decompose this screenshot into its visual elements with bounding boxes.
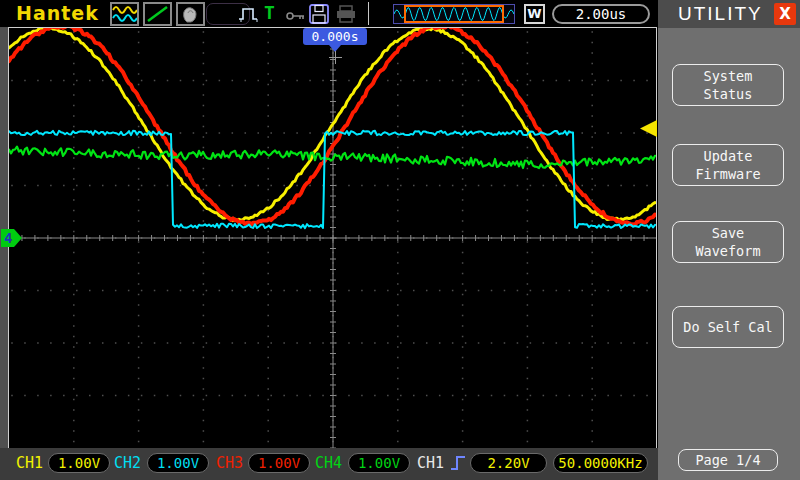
pulse-trigger-icon[interactable]	[238, 5, 260, 27]
trigger-position-tab[interactable]: 0.000s	[303, 28, 367, 45]
rising-edge-icon	[450, 453, 466, 477]
top-toolbar: Hantek T	[0, 0, 658, 27]
timebase-readout[interactable]: 2.00us	[552, 4, 650, 24]
save-floppy-icon[interactable]	[309, 4, 329, 28]
utility-menu-panel: UTILITY X System Status Update Firmware …	[658, 0, 800, 480]
ch3-label: CH3	[216, 454, 243, 472]
system-status-button[interactable]: System Status	[672, 64, 784, 106]
channel-status-bar: CH1 1.00V CH2 1.00V CH3 1.00V CH4 1.00V …	[0, 448, 658, 480]
update-firmware-button[interactable]: Update Firmware	[672, 144, 784, 186]
cursor-line-icon[interactable]	[143, 2, 172, 26]
waveform-window-preview[interactable]	[393, 4, 515, 24]
hantek-logo: Hantek	[16, 2, 99, 24]
menu-title: UTILITY	[678, 3, 763, 25]
page-indicator-button[interactable]: Page 1/4	[678, 449, 778, 471]
trigger-t-icon[interactable]: T	[264, 2, 275, 23]
oscilloscope-screen: Hantek T	[0, 0, 800, 480]
ch1-label: CH1	[16, 454, 43, 472]
key-lock-icon[interactable]	[286, 8, 306, 26]
menu-header: UTILITY X	[658, 0, 800, 28]
ch2-scale-readout[interactable]: 1.00V	[147, 453, 209, 473]
trigger-point-cross-icon	[335, 51, 336, 64]
window-mode-badge: W	[524, 4, 545, 24]
ch1-scale-readout[interactable]: 1.00V	[48, 453, 110, 473]
print-icon[interactable]	[336, 5, 356, 27]
hand-drag-icon[interactable]	[176, 2, 205, 26]
ch4-scale-readout[interactable]: 1.00V	[348, 453, 410, 473]
trigger-frequency-readout: 50.0000KHz	[553, 453, 648, 473]
ch4-label: CH4	[315, 454, 342, 472]
trigger-level-readout[interactable]: 2.20V	[470, 453, 547, 473]
waveform-plot	[9, 28, 656, 448]
close-menu-button[interactable]: X	[774, 3, 796, 25]
trigger-source-label: CH1	[417, 454, 444, 472]
scope-display	[8, 27, 657, 449]
toolbar-divider	[368, 2, 369, 25]
channels-display-icon[interactable]	[110, 2, 139, 26]
do-self-cal-button[interactable]: Do Self Cal	[672, 306, 784, 348]
save-waveform-button[interactable]: Save Waveform	[672, 221, 784, 263]
ch2-label: CH2	[114, 454, 141, 472]
ch3-scale-readout[interactable]: 1.00V	[248, 453, 310, 473]
